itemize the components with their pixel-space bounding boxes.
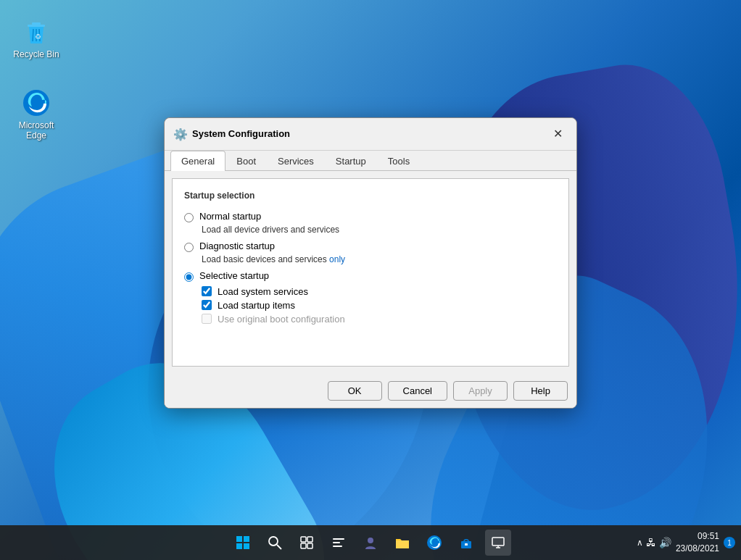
dialog-titlebar: ⚙️ System Configuration ✕	[165, 118, 576, 151]
remote-desktop-button[interactable]	[485, 530, 511, 556]
ok-button[interactable]: OK	[328, 381, 382, 401]
normal-startup-desc: Load all device drivers and services	[202, 225, 557, 235]
svg-rect-19	[333, 546, 342, 547]
search-taskbar-button[interactable]	[262, 530, 288, 556]
svg-rect-10	[244, 543, 249, 549]
taskbar: ∧ 🖧 🔊 09:51 23/08/2021 1	[0, 525, 741, 560]
svg-rect-14	[307, 537, 312, 542]
load-startup-items-checkbox[interactable]	[202, 300, 212, 310]
load-system-services-checkbox[interactable]	[202, 286, 212, 296]
tab-general[interactable]: General	[170, 151, 225, 171]
tab-services[interactable]: Services	[267, 151, 325, 171]
cancel-button[interactable]: Cancel	[388, 381, 447, 401]
help-button[interactable]: Help	[513, 381, 568, 401]
load-system-services-label: Load system services	[218, 286, 308, 297]
dialog-footer: OK Cancel Apply Help	[165, 374, 576, 408]
svg-line-12	[277, 545, 281, 549]
task-view-button[interactable]	[294, 530, 320, 556]
tab-bar: General Boot Services Startup Tools	[165, 151, 576, 171]
close-button[interactable]: ✕	[547, 124, 568, 144]
dialog-wrapper: ⚙️ System Configuration ✕ General Boot S…	[0, 0, 741, 525]
store-button[interactable]	[453, 530, 479, 556]
normal-startup-radio[interactable]	[184, 213, 194, 222]
svg-point-11	[269, 537, 278, 546]
use-original-boot-checkbox	[202, 314, 212, 324]
desktop: ♻ Recycle Bin Microsoft Edge ⚙️ System C…	[0, 0, 741, 560]
use-original-boot-item: Use original boot configuration	[202, 314, 557, 325]
edge-taskbar-button[interactable]	[421, 530, 447, 556]
tab-boot[interactable]: Boot	[225, 151, 267, 171]
notification-badge[interactable]: 1	[724, 537, 735, 548]
selective-options: Load system services Load startup items …	[202, 286, 557, 325]
taskbar-center	[230, 530, 511, 556]
svg-rect-7	[236, 536, 242, 542]
normal-startup-label: Normal startup	[199, 211, 261, 222]
svg-rect-8	[244, 536, 249, 542]
tab-startup[interactable]: Startup	[325, 151, 377, 171]
section-title: Startup selection	[184, 191, 557, 201]
taskbar-datetime[interactable]: 09:51 23/08/2021	[676, 530, 719, 555]
dialog-icon: ⚙️	[173, 128, 186, 141]
taskbar-time-value: 09:51	[676, 530, 719, 543]
diagnostic-startup-label: Diagnostic startup	[199, 241, 275, 251]
widgets-button[interactable]	[326, 530, 352, 556]
svg-rect-17	[333, 538, 344, 540]
systray: ∧ 🖧 🔊	[637, 537, 671, 548]
apply-button[interactable]: Apply	[453, 381, 508, 401]
svg-rect-18	[333, 542, 340, 543]
start-button[interactable]	[230, 530, 256, 556]
diagnostic-startup-desc: Load basic devices and services only	[202, 254, 557, 264]
chat-button[interactable]	[357, 530, 384, 556]
svg-rect-15	[301, 543, 306, 548]
file-explorer-button[interactable]	[389, 530, 415, 556]
chevron-up-icon[interactable]: ∧	[637, 538, 643, 548]
selective-startup-label: Selective startup	[199, 270, 269, 281]
selective-startup-option: Selective startup Load system services L…	[184, 269, 557, 325]
load-startup-items-item: Load startup items	[202, 300, 557, 311]
diagnostic-startup-radio[interactable]	[184, 243, 194, 252]
use-original-boot-label: Use original boot configuration	[218, 314, 345, 325]
svg-rect-9	[236, 543, 242, 549]
network-icon[interactable]: 🖧	[646, 537, 656, 548]
system-configuration-dialog: ⚙️ System Configuration ✕ General Boot S…	[164, 117, 577, 409]
tab-tools[interactable]: Tools	[377, 151, 421, 171]
dialog-title: System Configuration	[192, 128, 290, 139]
diagnostic-startup-option: Diagnostic startup Load basic devices an…	[184, 239, 557, 267]
only-link[interactable]: only	[329, 254, 345, 264]
taskbar-right: ∧ 🖧 🔊 09:51 23/08/2021 1	[637, 530, 735, 555]
load-system-services-item: Load system services	[202, 286, 557, 297]
svg-rect-13	[301, 537, 306, 542]
dialog-content: Startup selection Normal startup Load al…	[172, 178, 569, 367]
normal-startup-option: Normal startup Load all device drivers a…	[184, 209, 557, 238]
svg-point-20	[368, 538, 373, 543]
svg-rect-24	[492, 538, 504, 546]
load-startup-items-label: Load startup items	[218, 300, 295, 311]
startup-radio-group: Normal startup Load all device drivers a…	[184, 209, 557, 325]
taskbar-date-value: 23/08/2021	[676, 543, 719, 555]
svg-rect-16	[307, 543, 312, 548]
speaker-icon[interactable]: 🔊	[659, 537, 671, 548]
title-left: ⚙️ System Configuration	[173, 128, 290, 141]
svg-rect-23	[465, 543, 468, 546]
selective-startup-radio[interactable]	[184, 272, 194, 282]
